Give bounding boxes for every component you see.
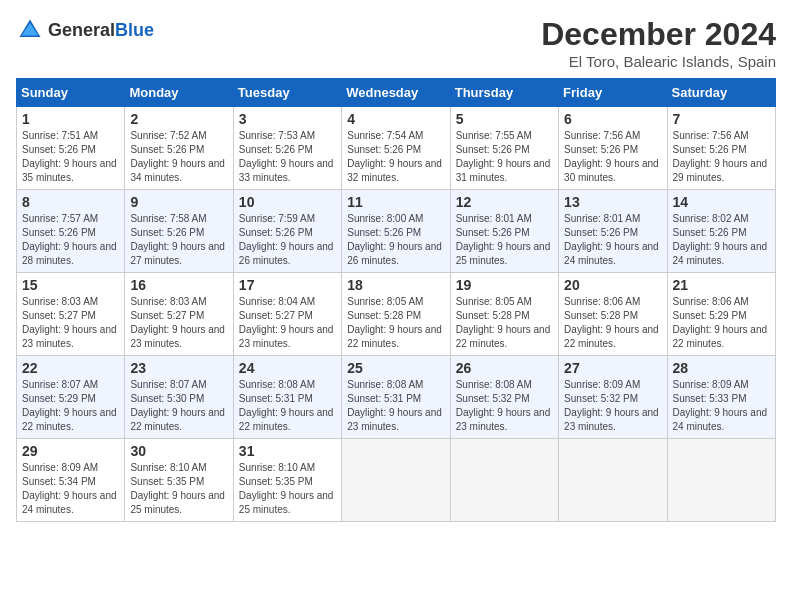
table-row: 11Sunrise: 8:00 AMSunset: 5:26 PMDayligh… [342, 190, 450, 273]
table-row: 8Sunrise: 7:57 AMSunset: 5:26 PMDaylight… [17, 190, 125, 273]
table-row: 24Sunrise: 8:08 AMSunset: 5:31 PMDayligh… [233, 356, 341, 439]
calendar-table: Sunday Monday Tuesday Wednesday Thursday… [16, 78, 776, 522]
table-row: 9Sunrise: 7:58 AMSunset: 5:26 PMDaylight… [125, 190, 233, 273]
table-row [559, 439, 667, 522]
calendar-week-5: 29Sunrise: 8:09 AMSunset: 5:34 PMDayligh… [17, 439, 776, 522]
table-row: 20Sunrise: 8:06 AMSunset: 5:28 PMDayligh… [559, 273, 667, 356]
logo-icon [16, 16, 44, 44]
table-row: 13Sunrise: 8:01 AMSunset: 5:26 PMDayligh… [559, 190, 667, 273]
table-row: 3Sunrise: 7:53 AMSunset: 5:26 PMDaylight… [233, 107, 341, 190]
table-row: 15Sunrise: 8:03 AMSunset: 5:27 PMDayligh… [17, 273, 125, 356]
table-row: 12Sunrise: 8:01 AMSunset: 5:26 PMDayligh… [450, 190, 558, 273]
table-row: 2Sunrise: 7:52 AMSunset: 5:26 PMDaylight… [125, 107, 233, 190]
table-row: 30Sunrise: 8:10 AMSunset: 5:35 PMDayligh… [125, 439, 233, 522]
calendar-week-2: 8Sunrise: 7:57 AMSunset: 5:26 PMDaylight… [17, 190, 776, 273]
table-row: 6Sunrise: 7:56 AMSunset: 5:26 PMDaylight… [559, 107, 667, 190]
table-row: 10Sunrise: 7:59 AMSunset: 5:26 PMDayligh… [233, 190, 341, 273]
table-row: 22Sunrise: 8:07 AMSunset: 5:29 PMDayligh… [17, 356, 125, 439]
page-header: GeneralBlue December 2024 El Toro, Balea… [16, 16, 776, 70]
calendar-week-4: 22Sunrise: 8:07 AMSunset: 5:29 PMDayligh… [17, 356, 776, 439]
table-row: 19Sunrise: 8:05 AMSunset: 5:28 PMDayligh… [450, 273, 558, 356]
table-row: 5Sunrise: 7:55 AMSunset: 5:26 PMDaylight… [450, 107, 558, 190]
col-tuesday: Tuesday [233, 79, 341, 107]
table-row: 31Sunrise: 8:10 AMSunset: 5:35 PMDayligh… [233, 439, 341, 522]
table-row: 18Sunrise: 8:05 AMSunset: 5:28 PMDayligh… [342, 273, 450, 356]
col-sunday: Sunday [17, 79, 125, 107]
table-row [667, 439, 775, 522]
calendar-week-1: 1Sunrise: 7:51 AMSunset: 5:26 PMDaylight… [17, 107, 776, 190]
table-row: 1Sunrise: 7:51 AMSunset: 5:26 PMDaylight… [17, 107, 125, 190]
col-saturday: Saturday [667, 79, 775, 107]
calendar-header-row: Sunday Monday Tuesday Wednesday Thursday… [17, 79, 776, 107]
calendar-week-3: 15Sunrise: 8:03 AMSunset: 5:27 PMDayligh… [17, 273, 776, 356]
table-row: 14Sunrise: 8:02 AMSunset: 5:26 PMDayligh… [667, 190, 775, 273]
title-block: December 2024 El Toro, Balearic Islands,… [541, 16, 776, 70]
table-row: 21Sunrise: 8:06 AMSunset: 5:29 PMDayligh… [667, 273, 775, 356]
table-row: 26Sunrise: 8:08 AMSunset: 5:32 PMDayligh… [450, 356, 558, 439]
table-row: 27Sunrise: 8:09 AMSunset: 5:32 PMDayligh… [559, 356, 667, 439]
table-row: 16Sunrise: 8:03 AMSunset: 5:27 PMDayligh… [125, 273, 233, 356]
calendar-title: December 2024 [541, 16, 776, 53]
table-row: 23Sunrise: 8:07 AMSunset: 5:30 PMDayligh… [125, 356, 233, 439]
logo: GeneralBlue [16, 16, 154, 44]
calendar-subtitle: El Toro, Balearic Islands, Spain [541, 53, 776, 70]
col-friday: Friday [559, 79, 667, 107]
table-row [450, 439, 558, 522]
col-wednesday: Wednesday [342, 79, 450, 107]
table-row: 28Sunrise: 8:09 AMSunset: 5:33 PMDayligh… [667, 356, 775, 439]
table-row: 17Sunrise: 8:04 AMSunset: 5:27 PMDayligh… [233, 273, 341, 356]
col-thursday: Thursday [450, 79, 558, 107]
logo-general-text: GeneralBlue [48, 20, 154, 41]
table-row: 25Sunrise: 8:08 AMSunset: 5:31 PMDayligh… [342, 356, 450, 439]
table-row: 4Sunrise: 7:54 AMSunset: 5:26 PMDaylight… [342, 107, 450, 190]
col-monday: Monday [125, 79, 233, 107]
table-row: 29Sunrise: 8:09 AMSunset: 5:34 PMDayligh… [17, 439, 125, 522]
table-row: 7Sunrise: 7:56 AMSunset: 5:26 PMDaylight… [667, 107, 775, 190]
table-row [342, 439, 450, 522]
